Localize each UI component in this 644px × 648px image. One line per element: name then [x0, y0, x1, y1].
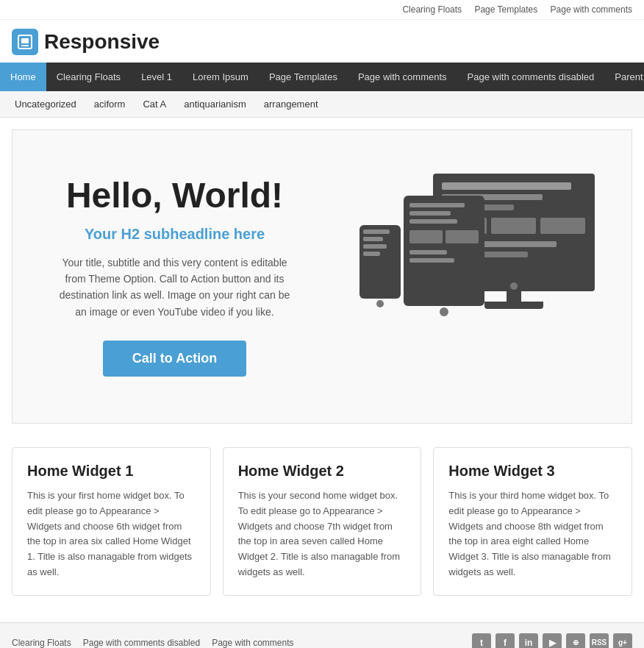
- footer: Clearing Floats Page with comments disab…: [0, 622, 644, 648]
- widget-2-body: This is your second home widget box. To …: [238, 488, 407, 580]
- svg-rect-1: [21, 38, 29, 43]
- cat-arrangement[interactable]: arrangement: [255, 91, 327, 117]
- device-illustration: [345, 174, 595, 380]
- hero-subheadline: Your H2 subheadline here: [35, 226, 315, 243]
- hero-image: [329, 174, 609, 380]
- logo-text: Responsive: [44, 30, 160, 54]
- footer-link-clearing[interactable]: Clearing Floats: [12, 638, 71, 648]
- widget-3-title: Home Widget 3: [448, 463, 617, 480]
- topbar-link-comments[interactable]: Page with comments: [551, 4, 632, 15]
- facebook-icon[interactable]: f: [495, 633, 515, 648]
- logo-bar: Responsive: [0, 20, 644, 63]
- footer-links: Clearing Floats Page with comments disab…: [12, 638, 294, 648]
- linkedin-icon[interactable]: in: [519, 633, 538, 648]
- cta-button[interactable]: Call to Action: [103, 341, 246, 377]
- nav-clearing-floats[interactable]: Clearing Floats: [46, 63, 131, 91]
- widgets-section: Home Widget 1 This is your first home wi…: [0, 435, 644, 608]
- tablet-icon: [404, 196, 484, 313]
- nav-home[interactable]: Home: [0, 63, 46, 91]
- widget-2-title: Home Widget 2: [238, 463, 407, 480]
- logo-icon[interactable]: [12, 29, 38, 55]
- cat-a[interactable]: Cat A: [134, 91, 175, 117]
- primary-nav: Home Clearing Floats Level 1 Lorem Ipsum…: [0, 63, 644, 91]
- cat-uncategorized[interactable]: Uncategorized: [6, 91, 85, 117]
- top-bar: Clearing Floats Page Templates Page with…: [0, 0, 644, 20]
- widget-1-title: Home Widget 1: [27, 463, 196, 480]
- googleplus-icon[interactable]: g+: [613, 633, 632, 648]
- footer-link-comments[interactable]: Page with comments: [212, 638, 293, 648]
- nav-parent-page[interactable]: Parent page: [604, 63, 644, 91]
- nav-level1[interactable]: Level 1: [131, 63, 182, 91]
- twitter-icon[interactable]: t: [472, 633, 491, 648]
- widget-3-body: This is your third home widget box. To e…: [448, 488, 617, 580]
- rss-icon[interactable]: RSS: [590, 633, 609, 648]
- nav-lorem-ipsum[interactable]: Lorem Ipsum: [182, 63, 259, 91]
- topbar-link-templates[interactable]: Page Templates: [474, 4, 537, 15]
- phone-icon: [359, 225, 401, 306]
- footer-social-icons: t f in ▶ ⊕ RSS g+: [472, 633, 632, 648]
- instagram-icon[interactable]: ⊕: [566, 633, 585, 648]
- cat-aciform[interactable]: aciform: [85, 91, 135, 117]
- secondary-nav: Uncategorized aciform Cat A antiquariani…: [0, 91, 644, 118]
- hero-text: Hello, World! Your H2 subheadline here Y…: [35, 177, 329, 377]
- nav-page-comments-disabled[interactable]: Page with comments disabled: [457, 63, 605, 91]
- widget-2: Home Widget 2 This is your second home w…: [223, 447, 422, 596]
- widget-1-body: This is your first home widget box. To e…: [27, 488, 196, 580]
- cat-antiquarianism[interactable]: antiquarianism: [175, 91, 255, 117]
- hero-body: Your title, subtitle and this very conte…: [57, 254, 293, 321]
- svg-rect-2: [21, 45, 29, 46]
- hero-headline: Hello, World!: [35, 177, 315, 216]
- footer-link-comments-disabled[interactable]: Page with comments disabled: [83, 638, 200, 648]
- youtube-icon[interactable]: ▶: [543, 633, 562, 648]
- topbar-link-clearing[interactable]: Clearing Floats: [402, 4, 462, 15]
- hero-section: Hello, World! Your H2 subheadline here Y…: [12, 129, 632, 424]
- widget-3: Home Widget 3 This is your third home wi…: [433, 447, 632, 596]
- nav-page-templates[interactable]: Page Templates: [259, 63, 348, 91]
- nav-page-comments[interactable]: Page with comments: [348, 63, 457, 91]
- widget-1: Home Widget 1 This is your first home wi…: [12, 447, 211, 596]
